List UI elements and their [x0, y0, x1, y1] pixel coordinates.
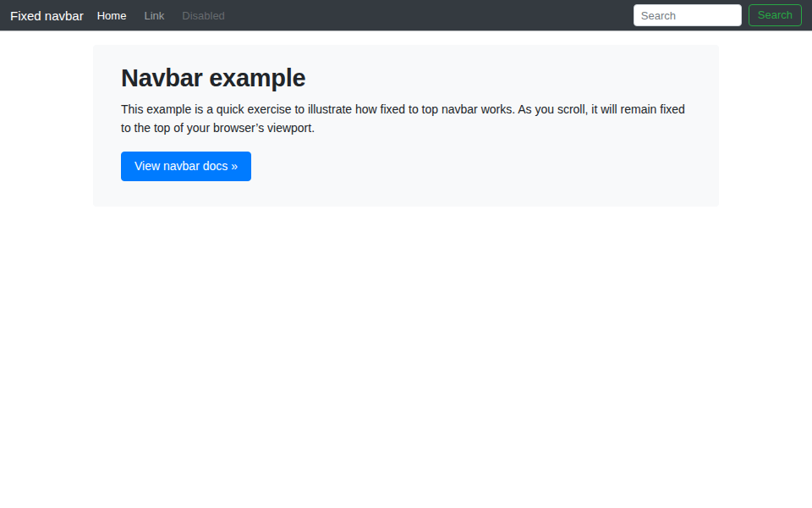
jumbotron-description: This example is a quick exercise to illu…	[121, 100, 691, 137]
nav-link-link[interactable]: Link	[144, 4, 164, 27]
jumbotron: Navbar example This example is a quick e…	[93, 45, 719, 207]
container: Navbar example This example is a quick e…	[93, 45, 719, 207]
nav-link-disabled: Disabled	[182, 4, 225, 27]
search-input[interactable]	[634, 4, 742, 26]
nav-link-home[interactable]: Home	[97, 4, 127, 27]
search-form: Search	[634, 4, 802, 26]
search-button[interactable]: Search	[749, 4, 802, 26]
navbar-brand[interactable]: Fixed navbar	[10, 8, 84, 23]
top-navbar: Fixed navbar Home Link Disabled Search	[0, 0, 812, 31]
page-title: Navbar example	[121, 64, 691, 92]
view-navbar-docs-button[interactable]: View navbar docs »	[121, 152, 251, 181]
navbar-nav: Home Link Disabled	[97, 8, 634, 23]
